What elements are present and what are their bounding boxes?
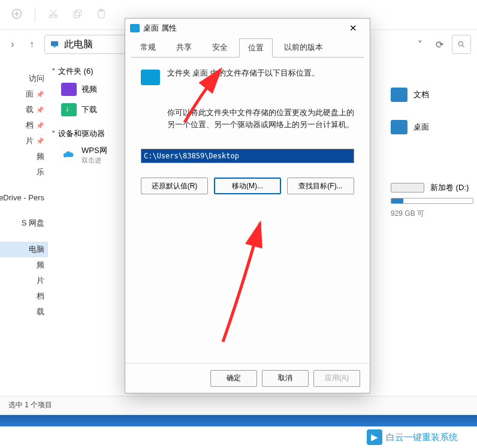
address-refresh-icon[interactable]: ⟳	[433, 38, 446, 51]
monitor-icon	[50, 40, 59, 49]
folder-tree: ˅ 文件夹 (6) 视频 下载 ˅ 设备和驱动器 WPS网 双击进	[48, 59, 120, 396]
location-path-input[interactable]	[141, 149, 354, 163]
chevron-down-icon: ˅	[52, 130, 56, 139]
tab-general[interactable]: 常规	[131, 38, 165, 57]
folder-downloads[interactable]: 下载	[48, 100, 120, 120]
brand-icon: ▶	[367, 429, 382, 445]
watermark-brand: ▶ 白云一键重装系统	[367, 429, 458, 445]
folder-documents[interactable]: 文档	[387, 85, 477, 104]
folder-desktop[interactable]: 桌面	[387, 118, 477, 137]
sidebar-desktop[interactable]: 面📌	[0, 86, 48, 102]
tab-security[interactable]: 安全	[203, 38, 237, 57]
dialog-titlebar[interactable]: 桌面 属性 ✕	[125, 19, 370, 38]
tab-location[interactable]: 位置	[239, 38, 273, 58]
sidebar-documents2[interactable]: 档	[0, 288, 48, 304]
cut-icon[interactable]	[47, 8, 59, 22]
dialog-footer: 确定 取消 应用(A)	[125, 363, 370, 393]
sidebar-downloads[interactable]: 载📌	[0, 102, 48, 118]
pin-icon: 📌	[36, 91, 44, 98]
new-icon[interactable]	[11, 8, 23, 22]
video-folder-icon	[61, 83, 77, 96]
sidebar-onedrive[interactable]: eDrive - Pers	[0, 191, 48, 205]
drive-icon	[391, 183, 424, 193]
sidebar-videos2[interactable]: 频	[0, 257, 48, 273]
nav-back-icon[interactable]: ›	[6, 38, 19, 51]
content-right-column: 文档 桌面 新加卷 (D:) 929 GB 可	[387, 59, 477, 396]
chevron-down-icon: ˅	[52, 67, 56, 76]
cancel-button[interactable]: 取消	[262, 370, 309, 387]
find-target-button[interactable]: 查找目标(F)...	[287, 178, 354, 194]
location-info-text: 文件夹 桌面 中的文件存储于以下目标位置。	[167, 68, 319, 85]
close-icon: ✕	[349, 23, 357, 34]
document-folder-icon	[391, 88, 407, 102]
move-button[interactable]: 移动(M)...	[214, 178, 281, 194]
address-dropdown-icon[interactable]: ˅	[413, 38, 427, 51]
sidebar-pictures[interactable]: 片📌	[0, 133, 48, 149]
sidebar-downloads2[interactable]: 载	[0, 304, 48, 320]
drive-d[interactable]: 新加卷 (D:) 929 GB 可	[387, 180, 477, 221]
devices-group-header[interactable]: ˅ 设备和驱动器	[48, 126, 120, 142]
svg-rect-7	[51, 41, 58, 46]
copy-icon[interactable]	[71, 8, 83, 22]
tab-sharing[interactable]: 共享	[167, 38, 201, 57]
desktop-folder-icon	[391, 120, 407, 134]
address-text: 此电脑	[64, 38, 93, 51]
restore-default-button[interactable]: 还原默认值(R)	[141, 178, 208, 194]
dialog-title: 桌面 属性	[143, 23, 177, 34]
wps-drive[interactable]: WPS网 双击进	[48, 142, 120, 169]
cloud-icon	[61, 149, 77, 162]
svg-rect-4	[76, 10, 81, 16]
dialog-body: 文件夹 桌面 中的文件存储于以下目标位置。 你可以将此文件夹中文件存储的位置更改…	[125, 58, 370, 363]
folder-icon	[130, 24, 140, 32]
sidebar-wps[interactable]: S 网盘	[0, 215, 48, 231]
nav-up-icon[interactable]: ↑	[25, 38, 38, 51]
sidebar-documents[interactable]: 档📌	[0, 118, 48, 133]
download-folder-icon	[61, 103, 77, 116]
sidebar-quick-access[interactable]: 访问	[0, 71, 48, 86]
svg-point-9	[458, 41, 463, 46]
sidebar-music[interactable]: 乐	[0, 164, 48, 180]
ok-button[interactable]: 确定	[210, 370, 257, 387]
search-icon	[457, 40, 466, 49]
nav-sidebar: 访问 面📌 载📌 档📌 片📌 频 乐 eDrive - Pers S 网盘 电脑…	[0, 59, 48, 396]
folders-group-header[interactable]: ˅ 文件夹 (6)	[48, 64, 120, 79]
tab-previous-versions[interactable]: 以前的版本	[275, 38, 332, 57]
sidebar-this-pc[interactable]: 电脑	[0, 242, 48, 257]
svg-rect-3	[74, 11, 79, 17]
dialog-tabs: 常规 共享 安全 位置 以前的版本	[125, 38, 370, 57]
status-bar: 选中 1 个项目	[0, 396, 477, 414]
properties-dialog: 桌面 属性 ✕ 常规 共享 安全 位置 以前的版本 文件夹 桌面 中的文件存储于…	[125, 18, 370, 393]
folder-videos[interactable]: 视频	[48, 79, 120, 100]
search-button[interactable]	[452, 35, 471, 54]
location-help-text: 你可以将此文件夹中文件存储的位置更改为此硬盘上的另一个位置、另一个驱动器或网络上…	[141, 107, 354, 131]
paste-icon[interactable]	[95, 8, 107, 22]
desktop-icon	[141, 70, 160, 85]
close-button[interactable]: ✕	[341, 20, 365, 37]
svg-rect-8	[53, 46, 56, 47]
sidebar-videos[interactable]: 频	[0, 149, 48, 164]
apply-button[interactable]: 应用(A)	[313, 370, 360, 387]
sidebar-pictures2[interactable]: 片	[0, 273, 48, 288]
